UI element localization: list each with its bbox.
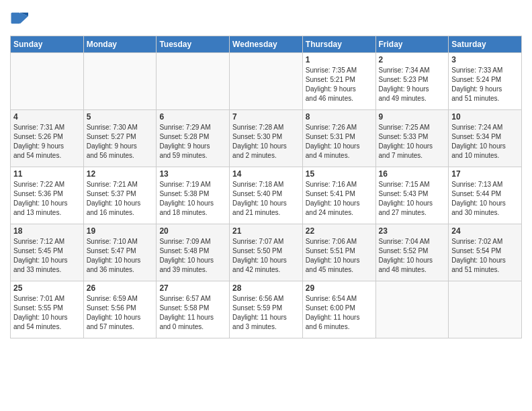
day-number: 27: [159, 283, 226, 293]
calendar-cell: 11Sunrise: 7:22 AM Sunset: 5:36 PM Dayli…: [11, 167, 84, 224]
day-number: 19: [87, 226, 154, 236]
day-info: Sunrise: 7:19 AM Sunset: 5:38 PM Dayligh…: [159, 180, 226, 218]
day-info: Sunrise: 7:01 AM Sunset: 5:55 PM Dayligh…: [13, 294, 81, 332]
calendar-cell: [449, 281, 522, 338]
day-number: 16: [379, 169, 446, 179]
day-number: 4: [13, 112, 81, 122]
calendar-table: SundayMondayTuesdayWednesdayThursdayFrid…: [10, 36, 522, 338]
day-number: 28: [232, 283, 300, 293]
calendar-cell: 18Sunrise: 7:12 AM Sunset: 5:45 PM Dayli…: [11, 224, 84, 281]
day-info: Sunrise: 7:16 AM Sunset: 5:41 PM Dayligh…: [306, 180, 373, 218]
calendar-cell: 9Sunrise: 7:25 AM Sunset: 5:33 PM Daylig…: [375, 110, 449, 167]
day-number: 21: [232, 226, 300, 236]
day-info: Sunrise: 7:10 AM Sunset: 5:47 PM Dayligh…: [87, 237, 154, 275]
day-info: Sunrise: 7:26 AM Sunset: 5:31 PM Dayligh…: [306, 123, 373, 161]
calendar-cell: [230, 53, 303, 110]
day-number: 2: [379, 55, 446, 64]
header-day-thursday: Thursday: [302, 36, 375, 53]
day-info: Sunrise: 7:02 AM Sunset: 5:54 PM Dayligh…: [451, 237, 519, 275]
day-number: 18: [13, 226, 81, 236]
logo: [10, 10, 33, 30]
calendar-cell: 5Sunrise: 7:30 AM Sunset: 5:27 PM Daylig…: [83, 110, 157, 167]
calendar-cell: [11, 53, 84, 110]
calendar-cell: 29Sunrise: 6:54 AM Sunset: 6:00 PM Dayli…: [302, 281, 375, 338]
week-row-1: 1Sunrise: 7:35 AM Sunset: 5:21 PM Daylig…: [11, 53, 522, 110]
day-number: 5: [87, 112, 154, 122]
calendar-cell: 28Sunrise: 6:56 AM Sunset: 5:59 PM Dayli…: [230, 281, 303, 338]
calendar-cell: 27Sunrise: 6:57 AM Sunset: 5:58 PM Dayli…: [157, 281, 230, 338]
day-number: 8: [306, 112, 373, 122]
calendar-cell: 1Sunrise: 7:35 AM Sunset: 5:21 PM Daylig…: [302, 53, 375, 110]
calendar-cell: 23Sunrise: 7:04 AM Sunset: 5:52 PM Dayli…: [375, 224, 449, 281]
week-row-2: 4Sunrise: 7:31 AM Sunset: 5:26 PM Daylig…: [11, 110, 522, 167]
calendar-cell: 10Sunrise: 7:24 AM Sunset: 5:34 PM Dayli…: [449, 110, 522, 167]
calendar-cell: 7Sunrise: 7:28 AM Sunset: 5:30 PM Daylig…: [230, 110, 303, 167]
day-number: 26: [87, 283, 154, 293]
day-number: 29: [306, 283, 373, 293]
day-info: Sunrise: 7:24 AM Sunset: 5:34 PM Dayligh…: [451, 123, 519, 161]
calendar-cell: 15Sunrise: 7:16 AM Sunset: 5:41 PM Dayli…: [302, 167, 375, 224]
calendar-cell: 24Sunrise: 7:02 AM Sunset: 5:54 PM Dayli…: [449, 224, 522, 281]
day-info: Sunrise: 7:07 AM Sunset: 5:50 PM Dayligh…: [232, 237, 300, 275]
day-info: Sunrise: 6:54 AM Sunset: 6:00 PM Dayligh…: [306, 294, 373, 332]
day-number: 15: [306, 169, 373, 179]
day-info: Sunrise: 7:35 AM Sunset: 5:21 PM Dayligh…: [306, 66, 373, 103]
calendar-cell: 22Sunrise: 7:06 AM Sunset: 5:51 PM Dayli…: [302, 224, 375, 281]
day-number: 12: [87, 169, 154, 179]
day-info: Sunrise: 7:30 AM Sunset: 5:27 PM Dayligh…: [87, 123, 154, 161]
header-day-friday: Friday: [375, 36, 449, 53]
day-number: 6: [159, 112, 226, 122]
day-number: 11: [13, 169, 81, 179]
day-number: 10: [451, 112, 519, 122]
day-info: Sunrise: 7:28 AM Sunset: 5:30 PM Dayligh…: [232, 123, 300, 161]
day-number: 24: [451, 226, 519, 236]
day-number: 14: [232, 169, 300, 179]
calendar-cell: 14Sunrise: 7:18 AM Sunset: 5:40 PM Dayli…: [230, 167, 303, 224]
day-info: Sunrise: 7:18 AM Sunset: 5:40 PM Dayligh…: [232, 180, 300, 218]
calendar-cell: [157, 53, 230, 110]
day-info: Sunrise: 7:12 AM Sunset: 5:45 PM Dayligh…: [13, 237, 81, 275]
calendar-cell: 21Sunrise: 7:07 AM Sunset: 5:50 PM Dayli…: [230, 224, 303, 281]
day-info: Sunrise: 7:21 AM Sunset: 5:37 PM Dayligh…: [87, 180, 154, 218]
day-info: Sunrise: 7:09 AM Sunset: 5:48 PM Dayligh…: [159, 237, 226, 275]
page-header: [10, 7, 522, 30]
day-info: Sunrise: 7:31 AM Sunset: 5:26 PM Dayligh…: [13, 123, 81, 161]
calendar-cell: 6Sunrise: 7:29 AM Sunset: 5:28 PM Daylig…: [157, 110, 230, 167]
calendar-cell: 2Sunrise: 7:34 AM Sunset: 5:23 PM Daylig…: [375, 53, 449, 110]
day-number: 25: [13, 283, 81, 293]
calendar-cell: 8Sunrise: 7:26 AM Sunset: 5:31 PM Daylig…: [302, 110, 375, 167]
header-day-sunday: Sunday: [11, 36, 84, 53]
day-info: Sunrise: 7:13 AM Sunset: 5:44 PM Dayligh…: [451, 180, 519, 218]
calendar-cell: 17Sunrise: 7:13 AM Sunset: 5:44 PM Dayli…: [449, 167, 522, 224]
calendar-cell: [83, 53, 157, 110]
week-row-4: 18Sunrise: 7:12 AM Sunset: 5:45 PM Dayli…: [11, 224, 522, 281]
logo-icon: [10, 10, 30, 30]
day-info: Sunrise: 7:06 AM Sunset: 5:51 PM Dayligh…: [306, 237, 373, 275]
day-number: 9: [379, 112, 446, 122]
calendar-cell: [375, 281, 449, 338]
day-number: 1: [306, 55, 373, 64]
header-day-wednesday: Wednesday: [230, 36, 303, 53]
calendar-cell: 4Sunrise: 7:31 AM Sunset: 5:26 PM Daylig…: [11, 110, 84, 167]
calendar-cell: 16Sunrise: 7:15 AM Sunset: 5:43 PM Dayli…: [375, 167, 449, 224]
day-info: Sunrise: 7:34 AM Sunset: 5:23 PM Dayligh…: [379, 66, 446, 103]
day-info: Sunrise: 7:04 AM Sunset: 5:52 PM Dayligh…: [379, 237, 446, 275]
header-row: SundayMondayTuesdayWednesdayThursdayFrid…: [11, 36, 522, 53]
day-info: Sunrise: 7:22 AM Sunset: 5:36 PM Dayligh…: [13, 180, 81, 218]
day-info: Sunrise: 6:56 AM Sunset: 5:59 PM Dayligh…: [232, 294, 300, 332]
header-day-saturday: Saturday: [449, 36, 522, 53]
calendar-cell: 19Sunrise: 7:10 AM Sunset: 5:47 PM Dayli…: [83, 224, 157, 281]
day-number: 7: [232, 112, 300, 122]
day-number: 17: [451, 169, 519, 179]
day-info: Sunrise: 7:15 AM Sunset: 5:43 PM Dayligh…: [379, 180, 446, 218]
week-row-3: 11Sunrise: 7:22 AM Sunset: 5:36 PM Dayli…: [11, 167, 522, 224]
day-info: Sunrise: 6:57 AM Sunset: 5:58 PM Dayligh…: [159, 294, 226, 332]
day-number: 23: [379, 226, 446, 236]
header-day-monday: Monday: [83, 36, 157, 53]
svg-rect-0: [11, 13, 21, 24]
day-number: 3: [451, 55, 519, 64]
header-day-tuesday: Tuesday: [157, 36, 230, 53]
day-info: Sunrise: 7:33 AM Sunset: 5:24 PM Dayligh…: [451, 66, 519, 103]
week-row-5: 25Sunrise: 7:01 AM Sunset: 5:55 PM Dayli…: [11, 281, 522, 338]
calendar-cell: 13Sunrise: 7:19 AM Sunset: 5:38 PM Dayli…: [157, 167, 230, 224]
